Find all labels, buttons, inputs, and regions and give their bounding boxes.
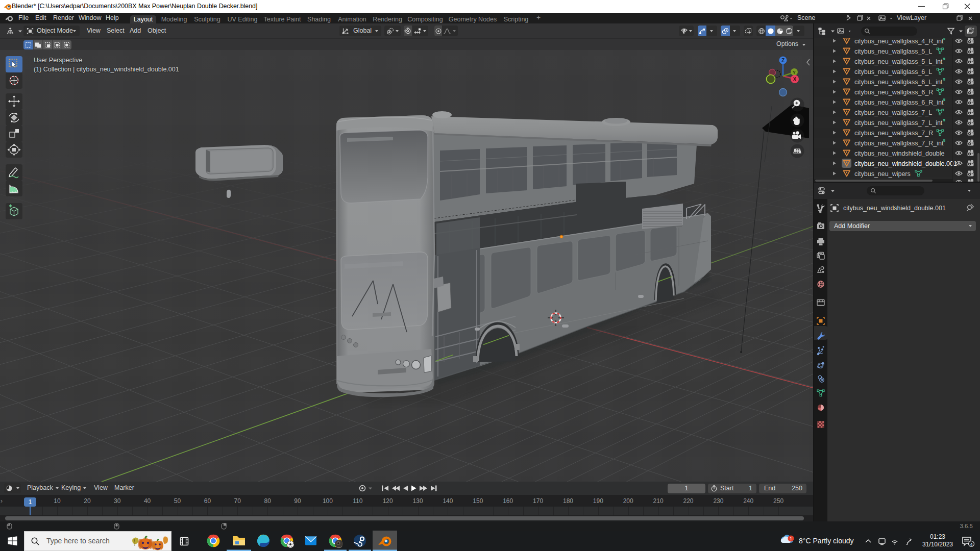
svg-text:citybus_neu_wallglass_7_R_int: citybus_neu_wallglass_7_R_int bbox=[854, 140, 944, 147]
svg-text:1: 1 bbox=[790, 536, 792, 541]
svg-text:citybus_neu_wallglass_7_R: citybus_neu_wallglass_7_R bbox=[854, 130, 933, 137]
svg-text:citybus_neu_windshield_double.: citybus_neu_windshield_double.001 bbox=[854, 160, 957, 167]
svg-text:citybus_neu_wallglass_6_L: citybus_neu_wallglass_6_L bbox=[854, 68, 932, 76]
svg-text:citybus_neu_wallglass_7_L: citybus_neu_wallglass_7_L bbox=[854, 109, 932, 116]
svg-text:citybus_neu_windshield_double: citybus_neu_windshield_double bbox=[854, 150, 945, 157]
svg-text:4: 4 bbox=[970, 542, 973, 547]
svg-text:citybus_neu_wallglass_6_R: citybus_neu_wallglass_6_R bbox=[854, 89, 933, 96]
svg-text:Y: Y bbox=[793, 69, 796, 75]
svg-text:citybus_neu_wallglass_6_R_int: citybus_neu_wallglass_6_R_int bbox=[854, 99, 944, 106]
svg-text:Z: Z bbox=[781, 58, 785, 63]
svg-text:citybus_neu_wallglass_7_L_int: citybus_neu_wallglass_7_L_int bbox=[854, 119, 943, 127]
svg-text:citybus_neu_wallglass_4_R_int: citybus_neu_wallglass_4_R_int bbox=[854, 38, 944, 45]
svg-text:citybus_neu_wallglass_5_L_int: citybus_neu_wallglass_5_L_int bbox=[854, 58, 943, 65]
svg-text:X: X bbox=[793, 77, 797, 82]
svg-text:citybus_neu_wallglass_6_L_int: citybus_neu_wallglass_6_L_int bbox=[854, 79, 943, 86]
svg-text:citybus_neu_wallglass_5_L: citybus_neu_wallglass_5_L bbox=[854, 48, 932, 55]
svg-text:citybus_neu_wipers: citybus_neu_wipers bbox=[854, 170, 911, 178]
